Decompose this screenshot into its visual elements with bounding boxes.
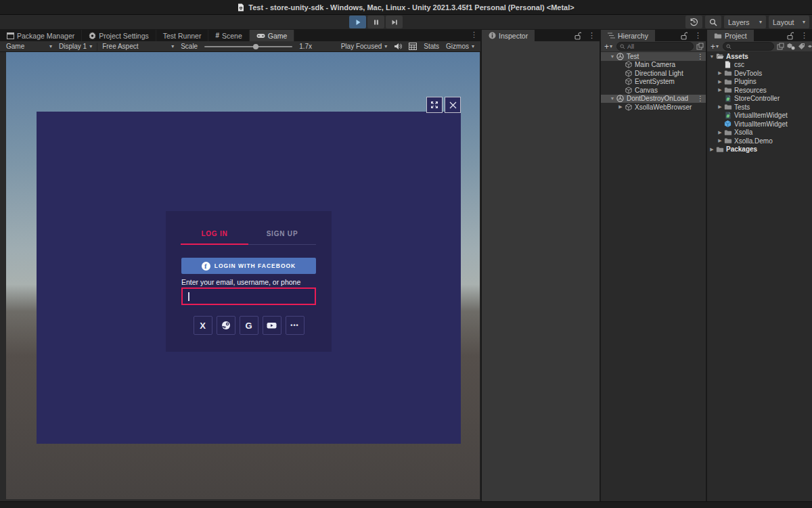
- scale-slider-track[interactable]: [204, 46, 292, 47]
- undo-history-button[interactable]: [685, 16, 702, 28]
- project-item-resources[interactable]: ▶Resources: [707, 86, 812, 95]
- play-button[interactable]: [349, 16, 366, 28]
- lock-open-icon[interactable]: [574, 32, 581, 40]
- mute-audio-button[interactable]: [390, 41, 405, 52]
- hierarchy-item-dontdestroyonload[interactable]: ▼DontDestroyOnLoad⋮: [601, 95, 706, 103]
- expander-arrow-icon[interactable]: ▶: [717, 87, 723, 93]
- inspector-empty-body: [482, 41, 600, 508]
- aspect-ratio-dropdown[interactable]: Free Aspect▾: [99, 41, 177, 52]
- lock-open-icon[interactable]: [787, 32, 794, 40]
- create-asset-button[interactable]: +▾: [709, 42, 720, 51]
- play-focused-dropdown[interactable]: Play Focused▾: [338, 41, 391, 52]
- project-item-tests[interactable]: ▶Tests: [707, 103, 812, 112]
- project-item-virtualitemwidget[interactable]: VirtualItemWidget: [707, 120, 812, 129]
- project-item-csc[interactable]: csc: [707, 61, 812, 70]
- hierarchy-item-eventsystem[interactable]: EventSystem: [601, 78, 706, 87]
- display-dropdown[interactable]: Display 1▾: [55, 41, 95, 52]
- project-item-xsolla-demo[interactable]: ▶Xsolla.Demo: [707, 137, 812, 145]
- panel-menu-kebab-icon[interactable]: ⋮: [588, 31, 595, 40]
- email-username-phone-input[interactable]: [181, 287, 316, 305]
- tab-test-runner[interactable]: Test Runner: [156, 30, 209, 41]
- project-item-packages[interactable]: ▶Packages: [707, 145, 812, 154]
- expander-arrow-icon[interactable]: ▶: [717, 104, 723, 110]
- login-with-facebook-button[interactable]: f LOGIN WITH FACEBOOK: [181, 258, 316, 274]
- tab-inspector[interactable]: Inspector: [482, 30, 535, 41]
- expander-arrow-icon[interactable]: ▶: [717, 138, 723, 143]
- expander-arrow-icon[interactable]: ▶: [617, 104, 624, 110]
- folder-open-icon: [715, 53, 724, 60]
- scale-slider-thumb[interactable]: [253, 44, 258, 49]
- expander-arrow-icon[interactable]: ▼: [609, 54, 616, 59]
- expander-arrow-icon[interactable]: ▼: [609, 96, 616, 101]
- project-item-plugins[interactable]: ▶Plugins: [707, 78, 812, 87]
- expander-arrow-icon[interactable]: ▶: [717, 70, 723, 76]
- tab-hierarchy[interactable]: Hierarchy: [601, 30, 655, 41]
- search-by-type-icon[interactable]: [787, 43, 795, 50]
- stats-button[interactable]: Stats: [420, 41, 443, 52]
- hierarchy-title: Hierarchy: [618, 32, 648, 40]
- panel-menu-kebab-icon[interactable]: ⋮: [694, 31, 702, 40]
- status-bar: [0, 501, 812, 508]
- gizmos-dropdown[interactable]: Gizmos▾: [443, 41, 478, 52]
- project-item-devtools[interactable]: ▶DevTools: [707, 69, 812, 78]
- tab-menu-kebab-icon[interactable]: ⋮: [470, 30, 478, 39]
- scale-label: Scale: [177, 41, 201, 52]
- close-overlay-button[interactable]: [445, 97, 461, 113]
- social-login-steam[interactable]: [217, 316, 235, 335]
- row-menu-kebab-icon[interactable]: ⋮: [697, 53, 704, 60]
- aspect-label: Free Aspect: [102, 43, 138, 50]
- hierarchy-item-canvas[interactable]: Canvas: [601, 86, 706, 95]
- layers-dropdown[interactable]: Layers ▾: [724, 16, 766, 28]
- lock-open-icon[interactable]: [681, 32, 687, 40]
- search-button[interactable]: [705, 16, 721, 28]
- tab-project-settings[interactable]: Project Settings: [82, 30, 156, 41]
- layout-dropdown[interactable]: Layout ▾: [769, 16, 809, 28]
- project-search-input[interactable]: [723, 42, 774, 51]
- hierarchy-search-input[interactable]: All: [616, 42, 694, 51]
- tab-game[interactable]: Game: [250, 30, 295, 41]
- project-item-label: VirtualItemWidget: [732, 120, 788, 128]
- panel-menu-kebab-icon[interactable]: ⋮: [800, 31, 808, 40]
- project-item-label: Packages: [724, 145, 757, 153]
- project-item-assets[interactable]: ▼Assets: [707, 52, 812, 61]
- game-mode-dropdown[interactable]: Game▾: [3, 41, 55, 52]
- youtube-icon: [267, 321, 277, 330]
- hierarchy-item-test[interactable]: ▼Test⋮: [601, 52, 706, 61]
- more-icon: •••: [290, 322, 298, 329]
- project-item-xsolla[interactable]: ▶Xsolla: [707, 129, 812, 137]
- tab-package-manager[interactable]: Package Manager: [0, 30, 82, 41]
- tab-project[interactable]: Project: [707, 30, 754, 41]
- social-login-google[interactable]: G: [240, 316, 258, 335]
- scale-value: 1.7x: [296, 41, 315, 52]
- hierarchy-item-main-camera[interactable]: Main Camera: [601, 61, 706, 70]
- project-item-virtualitemwidget[interactable]: #VirtualItemWidget: [707, 112, 812, 120]
- expander-arrow-icon[interactable]: ▶: [708, 147, 715, 152]
- expander-arrow-icon[interactable]: ▼: [708, 54, 715, 59]
- tab-log-in[interactable]: LOG IN: [181, 230, 248, 245]
- svg-text:#: #: [726, 97, 730, 102]
- vsync-grid-button[interactable]: [405, 41, 420, 52]
- game-view-pane: Package ManagerProject SettingsTest Runn…: [0, 30, 480, 501]
- open-search-window-icon[interactable]: [777, 43, 784, 50]
- tab-scene[interactable]: #Scene: [208, 30, 249, 41]
- hierarchy-item-xsollawebbrowser[interactable]: ▶XsollaWebBrowser: [601, 103, 706, 112]
- expander-arrow-icon[interactable]: ▶: [717, 130, 723, 135]
- social-login-youtube[interactable]: [263, 316, 281, 335]
- project-item-storecontroller[interactable]: #StoreController: [707, 95, 812, 103]
- scale-slider[interactable]: [201, 41, 296, 52]
- project-item-label: DevTools: [732, 70, 762, 77]
- social-login-more[interactable]: •••: [286, 316, 304, 335]
- row-menu-kebab-icon[interactable]: ⋮: [697, 95, 704, 102]
- pause-button[interactable]: [367, 16, 384, 28]
- social-login-x[interactable]: X: [194, 316, 212, 335]
- tab-sign-up[interactable]: SIGN UP: [248, 230, 316, 245]
- expander-arrow-icon[interactable]: ▶: [717, 79, 723, 85]
- hidden-packages-eye-icon[interactable]: [808, 43, 812, 50]
- fullscreen-button[interactable]: [426, 97, 443, 113]
- create-object-button[interactable]: +▾: [603, 42, 614, 51]
- search-by-label-icon[interactable]: [798, 43, 805, 50]
- open-search-window-icon[interactable]: [696, 43, 704, 50]
- chevron-down-icon: ▾: [759, 19, 762, 25]
- hierarchy-item-directional-light[interactable]: Directional Light: [601, 69, 706, 78]
- step-button[interactable]: [386, 16, 403, 28]
